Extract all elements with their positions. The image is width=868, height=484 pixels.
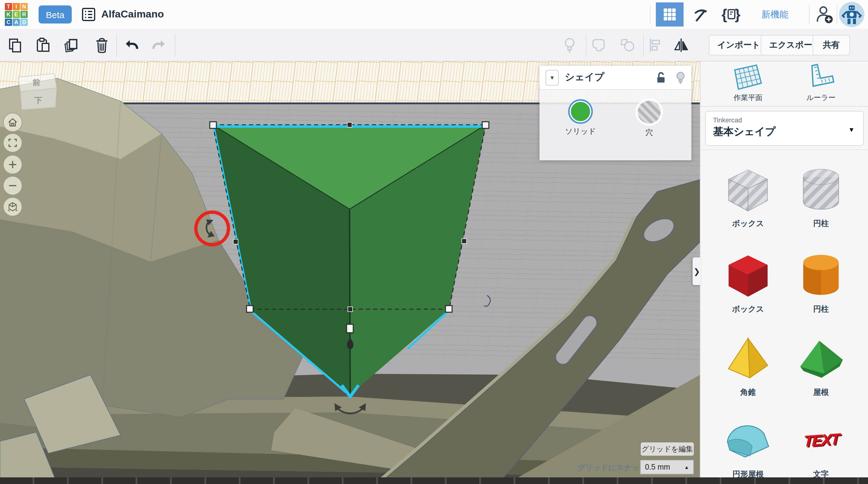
beta-badge[interactable]: Beta (38, 5, 72, 24)
shape-library-select[interactable]: Tinkercad 基本シェイプ ▼ (705, 111, 864, 146)
roof-icon (796, 334, 846, 385)
hide-lightbulb-icon[interactable] (676, 71, 685, 84)
hole-swatch[interactable] (638, 101, 661, 124)
snap-grid-value: 0.5 mm (645, 463, 670, 471)
mirror-button[interactable] (673, 37, 689, 53)
edge-handle[interactable] (233, 239, 238, 244)
whats-new-link[interactable]: 新機能 (756, 0, 793, 29)
shape-panel-body: ソリッド 穴 (539, 90, 691, 160)
view-cube-top-label[interactable]: 前 (33, 77, 40, 88)
undo-button[interactable] (124, 37, 139, 53)
height-handle[interactable] (347, 324, 353, 333)
logo-tile: R (21, 11, 28, 18)
redo-button[interactable] (151, 37, 167, 53)
library-name: 基本シェイプ (713, 125, 856, 139)
edge-handle[interactable] (347, 122, 352, 127)
hole-option[interactable]: 穴 (616, 101, 682, 138)
shape-tile-pyramid[interactable]: 角錐 (711, 334, 785, 398)
corner-handle[interactable] (247, 306, 253, 312)
trash-icon (94, 37, 110, 53)
workplane-tool[interactable]: 作業平面 (712, 64, 784, 103)
solid-color-swatch[interactable] (569, 101, 591, 122)
align-button[interactable] (647, 37, 663, 53)
user-avatar[interactable] (839, 2, 864, 27)
corner-handle[interactable] (210, 122, 216, 128)
edit-toolbar: インポート エクスポート 共有 (0, 29, 868, 61)
view-cube-front-label[interactable]: 下 (34, 95, 42, 106)
logo-tile: N (21, 3, 28, 10)
copy-button[interactable] (7, 37, 23, 53)
project-title[interactable]: AlfaCaimano (101, 8, 164, 21)
tinkercad-app: T I N K E R C A D Beta AlfaCaimano { (0, 0, 868, 484)
shape-tile-cylinder[interactable]: 円柱 (784, 248, 858, 314)
perspective-toggle-button[interactable] (3, 197, 22, 216)
ruler-icon (807, 64, 835, 90)
show-all-button[interactable] (562, 37, 578, 53)
ungroup-icon (620, 37, 635, 53)
group-button[interactable] (591, 37, 607, 53)
home-view-button[interactable] (3, 113, 22, 132)
logo-tile: A (13, 19, 20, 26)
cylinder-hole-icon (795, 163, 847, 216)
corner-handle[interactable] (482, 122, 489, 128)
undo-icon (124, 37, 139, 53)
text-shape-preview: TEXT (803, 429, 839, 451)
fit-view-button[interactable] (3, 133, 22, 152)
logo-tile: D (21, 19, 28, 26)
share-button[interactable]: 共有 (812, 35, 850, 56)
invite-button[interactable] (811, 2, 838, 27)
shape-tile-box[interactable]: ボックス (711, 248, 785, 314)
divider (837, 5, 837, 24)
edge-handle[interactable] (348, 307, 352, 312)
solid-option-label: ソリッド (565, 127, 596, 137)
project-list-icon[interactable] (82, 8, 95, 21)
codeblocks-button[interactable]: { } (718, 2, 744, 27)
snap-grid-select[interactable]: 0.5 mm ▲ (640, 460, 694, 474)
duplicate-button[interactable] (63, 37, 79, 53)
shape-inspector-panel: ▼ シェイプ ソリッド 穴 (539, 66, 691, 160)
unlock-icon[interactable] (655, 71, 667, 84)
shape-tile-cylinder-hole[interactable]: 円柱 (784, 163, 858, 229)
corner-handle[interactable] (445, 306, 452, 312)
paste-icon (35, 37, 51, 53)
delete-button[interactable] (94, 37, 110, 53)
view-cube[interactable]: 前 下 (16, 70, 60, 112)
robot-avatar-icon (841, 4, 863, 25)
ungroup-button[interactable] (620, 37, 635, 53)
ruler-tool[interactable]: ルーラー (785, 64, 857, 103)
paste-button[interactable] (35, 37, 51, 53)
chevron-up-icon: ▲ (684, 464, 689, 470)
tinkercad-logo[interactable]: T I N K E R C A D (5, 3, 28, 26)
sidebar-collapse-tab[interactable]: ❯ (692, 258, 701, 285)
zoom-out-button[interactable] (3, 176, 22, 195)
edit-grid-button[interactable]: グリッドを編集 (641, 443, 694, 456)
round-roof-icon (721, 414, 775, 466)
dashboard-grid-button[interactable] (656, 2, 684, 27)
shape-tile-box-hole[interactable]: ボックス (711, 163, 785, 229)
import-button[interactable]: インポート (709, 35, 769, 56)
zoom-in-button[interactable] (3, 155, 22, 174)
codeblocks-icon: { } (721, 5, 741, 24)
shape-tile-round-roof[interactable]: 円形屋根 (711, 414, 785, 480)
grid-icon (664, 8, 676, 21)
solid-option[interactable]: ソリッド (547, 101, 614, 137)
divider (701, 149, 868, 150)
svg-text:}: } (735, 6, 741, 22)
snap-grid-label: グリッドにスナップ (578, 463, 647, 473)
plus-icon (8, 160, 18, 170)
divider (650, 5, 650, 24)
chevron-down-icon: ▼ (848, 126, 855, 133)
edge-handle[interactable] (462, 239, 467, 243)
pickaxe-icon (692, 6, 709, 23)
redo-icon (151, 37, 167, 53)
workplane-label: 作業平面 (734, 93, 763, 103)
divider (701, 106, 868, 107)
lightbulb-icon (562, 37, 577, 53)
divider (116, 34, 117, 57)
minecraft-pickaxe-button[interactable] (687, 2, 714, 27)
shape-tile-text[interactable]: TEXT 文字 (784, 414, 858, 480)
shapes-sidebar: 作業平面 ルーラー Tinkercad 基本シェイプ ▼ ボックス (700, 61, 868, 484)
box-icon (721, 248, 775, 301)
shape-tile-roof[interactable]: 屋根 (784, 334, 858, 398)
collapse-panel-button[interactable]: ▼ (546, 70, 559, 85)
